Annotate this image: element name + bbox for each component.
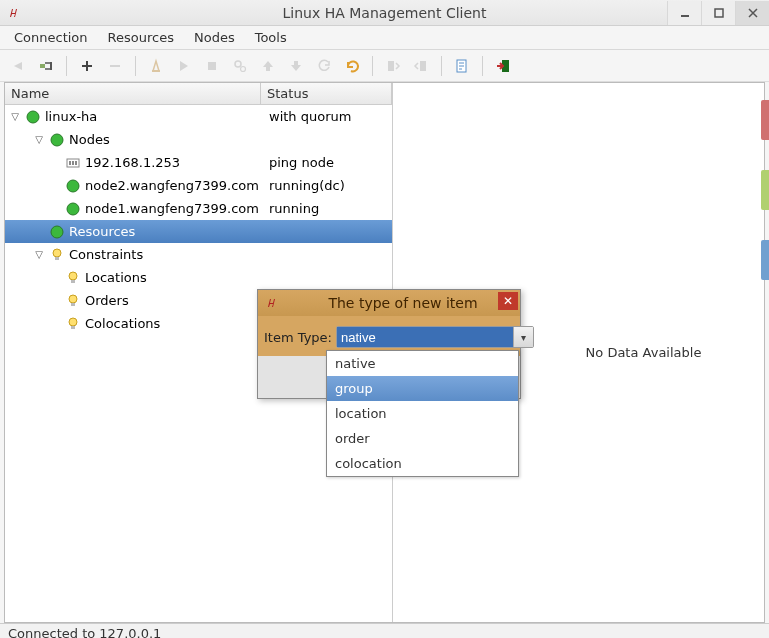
svg-point-17 (67, 180, 79, 192)
background-strip (761, 100, 769, 360)
app-icon (264, 295, 280, 311)
item-type-combo[interactable]: ▾ (336, 326, 534, 348)
dialog-close-button[interactable]: ✕ (498, 292, 518, 310)
status-green-icon (65, 201, 81, 217)
close-button[interactable] (735, 1, 769, 25)
dropdown-option[interactable]: native (327, 351, 518, 376)
svg-point-20 (53, 249, 61, 257)
tree-label: Resources (69, 224, 135, 239)
tree-row-constraint-child[interactable]: Locations (5, 266, 392, 289)
pointer-left-icon (6, 54, 30, 78)
tree-label: node2.wangfeng7399.com (85, 178, 259, 193)
svg-point-26 (69, 318, 77, 326)
add-icon[interactable] (75, 54, 99, 78)
svg-point-6 (241, 66, 246, 71)
maximize-button[interactable] (701, 1, 735, 25)
menu-tools[interactable]: Tools (245, 27, 297, 48)
tree-label: linux-ha (45, 109, 97, 124)
tree-row-node[interactable]: 192.168.1.253 ping node (5, 151, 392, 174)
no-data-label: No Data Available (586, 345, 702, 360)
svg-rect-2 (40, 64, 45, 68)
tree-label: Locations (85, 270, 147, 285)
stop-icon (200, 54, 224, 78)
svg-rect-7 (388, 61, 394, 71)
svg-point-22 (69, 272, 77, 280)
plug-icon[interactable] (34, 54, 58, 78)
tree-header: Name Status (5, 83, 392, 105)
dropdown-option[interactable]: location (327, 401, 518, 426)
svg-rect-8 (420, 61, 426, 71)
expander-icon[interactable]: ▽ (9, 111, 21, 123)
status-text: Connected to 127.0.0.1 (8, 626, 161, 638)
tree-status: running (265, 201, 392, 216)
document-icon[interactable] (450, 54, 474, 78)
svg-rect-3 (50, 62, 52, 70)
item-type-input[interactable] (337, 327, 513, 347)
status-green-icon (49, 132, 65, 148)
svg-rect-25 (71, 303, 75, 306)
dropdown-option[interactable]: colocation (327, 451, 518, 476)
toolbar (0, 50, 769, 82)
svg-rect-4 (208, 62, 216, 70)
refresh-icon (312, 54, 336, 78)
remove-icon (103, 54, 127, 78)
start-icon (172, 54, 196, 78)
exit-icon[interactable] (491, 54, 515, 78)
gears-icon (228, 54, 252, 78)
toolbar-separator (372, 56, 373, 76)
tree-label: 192.168.1.253 (85, 155, 180, 170)
menubar: Connection Resources Nodes Tools (0, 26, 769, 50)
svg-point-12 (51, 134, 63, 146)
svg-rect-21 (55, 257, 59, 260)
status-green-icon (49, 224, 65, 240)
tree-row-nodes[interactable]: ▽ Nodes (5, 128, 392, 151)
arrow-up-icon (256, 54, 280, 78)
lightbulb-icon (49, 247, 65, 263)
tree-row-node[interactable]: node2.wangfeng7399.com running(dc) (5, 174, 392, 197)
toolbar-separator (135, 56, 136, 76)
tree-status: ping node (265, 155, 392, 170)
tree-row-root[interactable]: ▽ linux-ha with quorum (5, 105, 392, 128)
svg-point-18 (67, 203, 79, 215)
svg-point-5 (235, 61, 241, 67)
lightbulb-icon (65, 293, 81, 309)
statusbar: Connected to 127.0.0.1 (0, 623, 769, 638)
expander-icon[interactable]: ▽ (33, 249, 45, 261)
tree-row-constraints[interactable]: ▽ Constraints (5, 243, 392, 266)
toolbar-separator (441, 56, 442, 76)
svg-rect-14 (69, 161, 71, 165)
svg-point-11 (27, 111, 39, 123)
item-type-dropdown[interactable]: native group location order colocation (326, 350, 519, 477)
svg-rect-27 (71, 326, 75, 329)
cleanup-icon (144, 54, 168, 78)
toolbar-separator (66, 56, 67, 76)
menu-connection[interactable]: Connection (4, 27, 98, 48)
lightbulb-icon (65, 270, 81, 286)
menu-nodes[interactable]: Nodes (184, 27, 245, 48)
column-status[interactable]: Status (261, 83, 392, 104)
node-standby-icon (381, 54, 405, 78)
chevron-down-icon[interactable]: ▾ (513, 327, 533, 347)
svg-rect-23 (71, 280, 75, 283)
toolbar-separator (482, 56, 483, 76)
dialog-titlebar[interactable]: The type of new item ✕ (258, 290, 520, 316)
app-icon (6, 5, 22, 21)
column-name[interactable]: Name (5, 83, 261, 104)
tree-row-node[interactable]: node1.wangfeng7399.com running (5, 197, 392, 220)
minimize-button[interactable] (667, 1, 701, 25)
tree-label: Nodes (69, 132, 110, 147)
status-green-icon (25, 109, 41, 125)
tree-row-resources[interactable]: Resources (5, 220, 392, 243)
dropdown-option[interactable]: group (327, 376, 518, 401)
svg-rect-16 (75, 161, 77, 165)
menu-resources[interactable]: Resources (98, 27, 184, 48)
expander-icon[interactable]: ▽ (33, 134, 45, 146)
node-active-icon (409, 54, 433, 78)
dropdown-option[interactable]: order (327, 426, 518, 451)
tree-label: node1.wangfeng7399.com (85, 201, 259, 216)
tree-status: with quorum (265, 109, 392, 124)
ping-node-icon (65, 155, 81, 171)
tree-label: Orders (85, 293, 129, 308)
undo-icon[interactable] (340, 54, 364, 78)
status-green-icon (65, 178, 81, 194)
